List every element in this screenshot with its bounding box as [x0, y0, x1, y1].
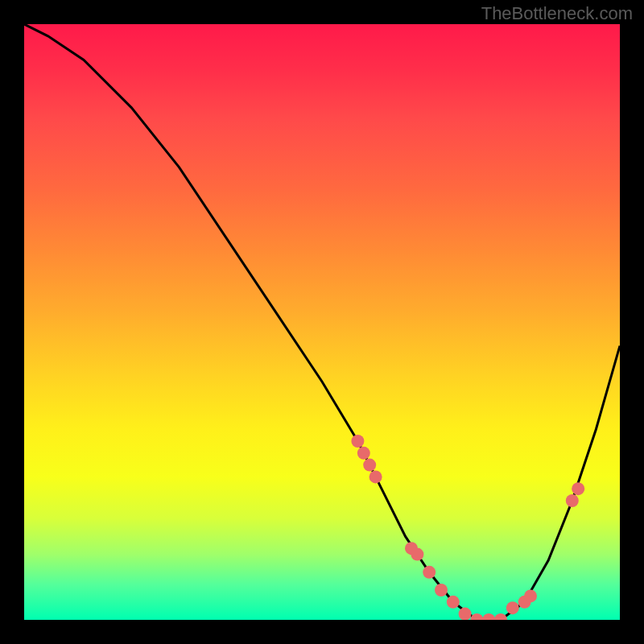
scatter-point: [363, 459, 376, 472]
scatter-point: [470, 613, 483, 620]
scatter-point: [459, 608, 472, 620]
scatter-point: [482, 613, 495, 620]
chart-scatter-points: [351, 435, 584, 620]
scatter-point: [357, 447, 370, 460]
scatter-point: [506, 601, 519, 614]
scatter-point: [566, 494, 579, 507]
scatter-point: [351, 435, 364, 448]
watermark-text: TheBottleneck.com: [481, 3, 633, 24]
scatter-point: [423, 566, 436, 579]
chart-curve: [24, 24, 620, 620]
scatter-point: [447, 596, 460, 609]
scatter-point: [411, 548, 423, 561]
scatter-point: [435, 584, 448, 597]
curve-line: [24, 24, 620, 620]
scatter-point: [494, 613, 507, 620]
scatter-point: [572, 482, 584, 495]
scatter-point: [524, 589, 537, 602]
chart-svg: [24, 24, 620, 620]
scatter-point: [369, 470, 382, 483]
